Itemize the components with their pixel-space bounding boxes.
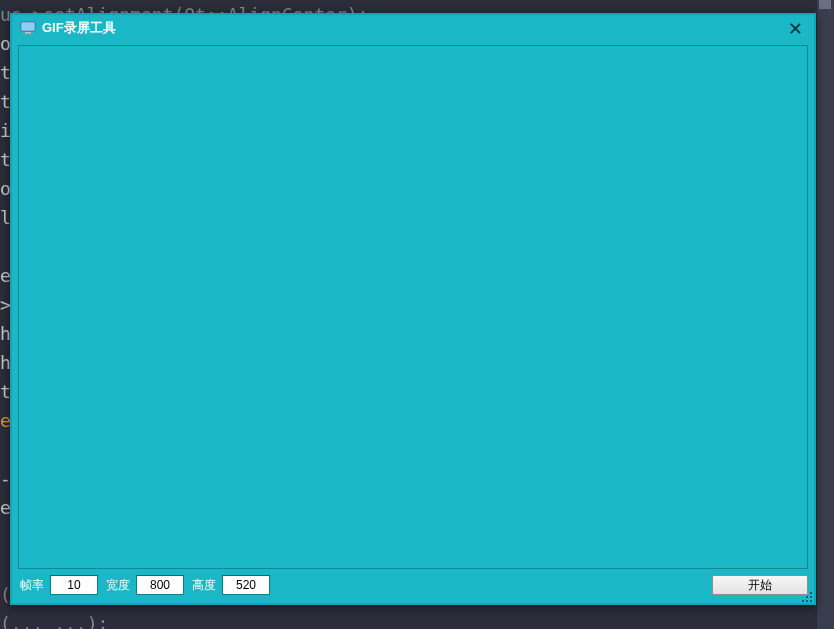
svg-rect-7 <box>802 600 804 602</box>
scrollbar-thumb[interactable] <box>819 0 831 9</box>
height-input[interactable] <box>222 575 270 595</box>
fps-label: 帧率 <box>18 577 44 594</box>
size-grip[interactable] <box>800 589 814 603</box>
titlebar[interactable]: GIF录屏工具 ✕ <box>12 15 814 41</box>
svg-rect-4 <box>810 592 812 594</box>
svg-rect-2 <box>25 32 31 34</box>
gif-recorder-window: GIF录屏工具 ✕ 帧率 宽度 高度 开始 <box>10 13 816 605</box>
fps-input[interactable] <box>50 575 98 595</box>
svg-rect-8 <box>806 600 808 602</box>
width-label: 宽度 <box>104 577 130 594</box>
svg-rect-5 <box>806 596 808 598</box>
height-label: 高度 <box>190 577 216 594</box>
vertical-scrollbar[interactable] <box>816 0 834 629</box>
svg-rect-6 <box>810 596 812 598</box>
bottom-toolbar: 帧率 宽度 高度 开始 <box>18 573 808 597</box>
close-icon[interactable]: ✕ <box>785 19 806 37</box>
capture-viewport <box>18 45 808 569</box>
width-input[interactable] <box>136 575 184 595</box>
svg-rect-1 <box>22 23 34 30</box>
computer-icon <box>20 20 36 36</box>
svg-rect-3 <box>23 34 33 35</box>
start-button[interactable]: 开始 <box>712 575 808 595</box>
window-title: GIF录屏工具 <box>42 19 785 37</box>
svg-rect-9 <box>810 600 812 602</box>
